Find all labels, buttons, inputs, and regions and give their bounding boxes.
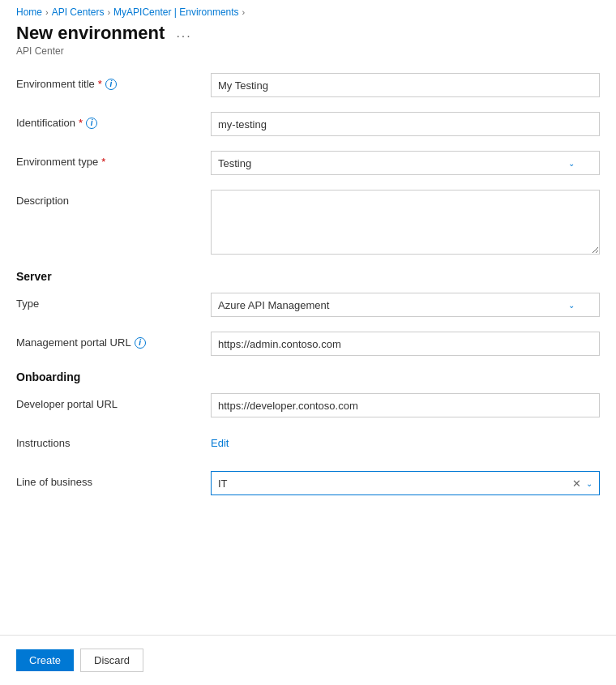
lob-value: IT: [218, 477, 572, 490]
environment-type-row: Environment type * Testing ⌄: [16, 151, 600, 177]
breadcrumb-api-centers[interactable]: API Centers: [52, 6, 105, 18]
env-type-required: *: [101, 156, 105, 168]
environment-title-input[interactable]: [211, 73, 600, 97]
server-type-row: Type Azure API Management ⌄: [16, 293, 600, 319]
instructions-row: Instructions Edit: [16, 432, 600, 458]
discard-button[interactable]: Discard: [80, 649, 143, 672]
server-type-chevron-icon: ⌄: [568, 301, 575, 310]
instructions-control: Edit: [211, 432, 600, 449]
ellipsis-button[interactable]: ...: [171, 24, 196, 42]
main-content: New environment ... API Center Environme…: [0, 23, 616, 635]
lob-chevron-icon[interactable]: ⌄: [586, 479, 592, 488]
page-header: New environment ...: [16, 23, 600, 44]
identification-control: [211, 112, 600, 136]
server-type-label: Type: [16, 293, 211, 310]
environment-title-label: Environment title * i: [16, 73, 211, 90]
environment-title-info-icon[interactable]: i: [105, 79, 117, 90]
environment-type-control: Testing ⌄: [211, 151, 600, 175]
developer-url-label: Developer portal URL: [16, 393, 211, 410]
server-section-header: Server: [16, 270, 600, 283]
description-label: Description: [16, 190, 211, 207]
lob-row: Line of business IT ✕ ⌄: [16, 471, 600, 497]
onboarding-section-header: Onboarding: [16, 370, 600, 383]
environment-type-chevron-icon: ⌄: [568, 159, 575, 168]
create-button[interactable]: Create: [16, 649, 74, 671]
breadcrumb: Home › API Centers › MyAPICenter | Envir…: [0, 0, 616, 23]
footer: Create Discard: [0, 636, 616, 685]
server-type-control: Azure API Management ⌄: [211, 293, 600, 317]
server-type-select-wrapper: Azure API Management ⌄: [211, 293, 600, 317]
page-subtitle: API Center: [16, 45, 600, 57]
description-textarea[interactable]: [211, 190, 600, 255]
description-control: [211, 190, 600, 257]
server-type-value: Azure API Management: [218, 299, 329, 311]
identification-required: *: [79, 117, 83, 129]
lob-control: IT ✕ ⌄: [211, 471, 600, 495]
environment-type-select-wrapper: Testing ⌄: [211, 151, 600, 175]
description-row: Description: [16, 190, 600, 257]
developer-url-input[interactable]: [211, 393, 600, 417]
lob-clear-icon[interactable]: ✕: [572, 477, 581, 490]
page-title: New environment: [16, 23, 165, 44]
environment-title-control: [211, 73, 600, 97]
identification-input[interactable]: [211, 112, 600, 136]
developer-url-control: [211, 393, 600, 417]
environment-type-select[interactable]: Testing ⌄: [211, 151, 600, 175]
identification-row: Identification * i: [16, 112, 600, 138]
instructions-edit-link[interactable]: Edit: [211, 432, 229, 449]
breadcrumb-sep-1: ›: [45, 7, 49, 17]
breadcrumb-sep-2: ›: [107, 7, 110, 17]
identification-info-icon[interactable]: i: [86, 118, 97, 129]
breadcrumb-home[interactable]: Home: [16, 6, 42, 18]
environment-title-row: Environment title * i: [16, 73, 600, 99]
lob-input-wrapper[interactable]: IT ✕ ⌄: [211, 471, 600, 495]
environment-type-label: Environment type *: [16, 151, 211, 168]
lob-label: Line of business: [16, 471, 211, 488]
management-url-input[interactable]: [211, 332, 600, 356]
breadcrumb-sep-3: ›: [242, 7, 246, 17]
management-url-label: Management portal URL i: [16, 332, 211, 349]
lob-icons: ✕ ⌄: [572, 477, 592, 490]
management-url-row: Management portal URL i: [16, 332, 600, 357]
management-url-control: [211, 332, 600, 356]
server-type-select[interactable]: Azure API Management ⌄: [211, 293, 600, 317]
environment-type-value: Testing: [218, 157, 251, 169]
required-asterisk: *: [98, 78, 102, 90]
instructions-label: Instructions: [16, 432, 211, 449]
developer-url-row: Developer portal URL: [16, 393, 600, 419]
management-url-info-icon[interactable]: i: [135, 337, 146, 349]
breadcrumb-myapicenter[interactable]: MyAPICenter | Environments: [113, 6, 239, 18]
identification-label: Identification * i: [16, 112, 211, 129]
